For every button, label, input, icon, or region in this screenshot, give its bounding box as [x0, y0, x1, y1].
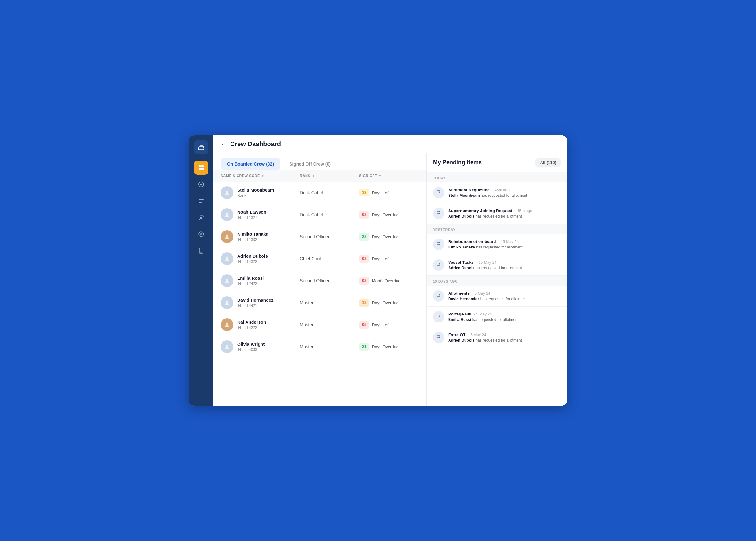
crew-rank: Chief Cook	[300, 256, 359, 261]
col-header-rank: RANK ▼	[300, 174, 359, 178]
tablet-icon	[198, 248, 204, 254]
crew-info: Adrien Dubois IN - 014322	[221, 252, 300, 265]
avatar	[221, 274, 233, 287]
table-row[interactable]: Kai Anderson IN - 014222 Master 05 Days …	[213, 314, 426, 336]
sidebar-logo	[194, 140, 208, 154]
crew-code: IN - 011327	[237, 215, 266, 220]
back-button[interactable]: ←	[221, 141, 226, 147]
sidebar-tablet-icon[interactable]	[194, 244, 208, 258]
notif-title-row: Allotments · 5 May 24	[448, 290, 561, 296]
all-badge-button[interactable]: All (110)	[535, 158, 561, 167]
crew-info: David Hernandez IN - 014421	[221, 296, 300, 309]
content-area: On Boarded Crew (32) Signed Off Crew (0)…	[213, 153, 567, 406]
notif-content: Allotment Requested · 45m ago Stella Moo…	[448, 187, 561, 198]
crew-code: IN - 011332	[237, 237, 268, 242]
sidebar-people-icon[interactable]	[194, 211, 208, 225]
flag-icon	[436, 191, 441, 195]
person-icon	[224, 343, 230, 350]
sidebar-add-icon[interactable]	[194, 177, 208, 192]
notification-item[interactable]: Allotments · 5 May 24 David Hernandez ha…	[427, 286, 567, 306]
tab-onboarded[interactable]: On Boarded Crew (32)	[221, 158, 280, 170]
notification-item[interactable]: Supernumerary Joining Request · 45m ago …	[427, 203, 567, 224]
avatar	[221, 230, 233, 243]
days-badge: 02	[359, 255, 369, 263]
table-row[interactable]: Emilia Rossi IN - 012422 Second Officer …	[213, 270, 426, 292]
table-row[interactable]: Adrien Dubois IN - 014322 Chief Cook 02 …	[213, 248, 426, 270]
notif-title-row: Extra OT · 5 May 24	[448, 332, 561, 337]
notif-content: Portage Bill · 5 May 24 Emilia Rossi has…	[448, 311, 561, 322]
notif-title: Extra OT	[448, 332, 465, 337]
crew-code: IN - 014421	[237, 303, 274, 308]
pending-header: My Pending Items All (110)	[427, 153, 567, 172]
sign-off-text: Days Left	[372, 257, 389, 261]
table-row[interactable]: Stella Moonbeam Rank Deck Cabet 13 Days …	[213, 182, 426, 204]
notif-person: Stella Moonbeam	[448, 193, 480, 198]
crew-name: Adrien Dubois	[237, 254, 268, 259]
table-row[interactable]: David Hernandez IN - 014421 Master 12 Da…	[213, 292, 426, 314]
crew-name: Noah Lawson	[237, 210, 266, 215]
notification-item[interactable]: Portage Bill · 5 May 24 Emilia Rossi has…	[427, 306, 567, 327]
plus-circle-icon	[198, 181, 204, 188]
tab-signedoff[interactable]: Signed Off Crew (0)	[283, 158, 337, 170]
notif-description: Kimiko Tanaka has requested for allotmen…	[448, 245, 561, 250]
svg-point-16	[226, 213, 228, 215]
avatar	[221, 186, 233, 199]
notification-item[interactable]: Allotment Requested · 45m ago Stella Moo…	[427, 183, 567, 203]
days-badge: 12	[359, 299, 369, 306]
svg-point-18	[226, 257, 228, 259]
crew-name: Stella Moonbeam	[237, 188, 274, 193]
flag-icon	[436, 242, 441, 247]
list-icon	[198, 198, 204, 204]
notif-time: · 45m ago	[492, 188, 509, 192]
notif-title-row: Reimbursemet on board · 15 May 24	[448, 239, 561, 244]
sign-off-status: 22 Days Overdue	[359, 233, 419, 241]
days-badge: 02	[359, 211, 369, 219]
notif-time: · 5 May 24	[468, 333, 486, 337]
notif-person: David Hernandez	[448, 297, 479, 301]
svg-point-20	[226, 301, 228, 303]
notif-title-row: Portage Bill · 5 May 24	[448, 311, 561, 317]
notification-item[interactable]: Vessel Tasks · 15 May 24 Adrien Dubois h…	[427, 255, 567, 275]
sign-off-text: Days Left	[372, 191, 389, 195]
crew-info: Kimiko Tanaka IN - 011332	[221, 230, 300, 243]
notifications-list: TODAY Allotment Requested · 45m ago Stel…	[427, 172, 567, 406]
svg-rect-3	[201, 168, 204, 170]
sign-off-status: 12 Days Overdue	[359, 299, 419, 306]
svg-rect-7	[199, 199, 204, 200]
crew-name: Olivia Wright	[237, 342, 265, 347]
section-label: 10 DAYS AGO	[427, 275, 567, 286]
filter-signoff-icon[interactable]: ▼	[378, 174, 382, 178]
sign-off-status: 05 Days Left	[359, 321, 419, 328]
table-row[interactable]: Kimiko Tanaka IN - 011332 Second Officer…	[213, 226, 426, 248]
days-badge: 21	[359, 343, 369, 350]
crew-code: Rank	[237, 193, 274, 198]
notif-description: David Hernandez has requested for allotm…	[448, 297, 561, 301]
table-row[interactable]: Olivia Wright IN - 054003 Master 21 Days…	[213, 336, 426, 358]
table-header: NAME & CREW CODE ▼ RANK ▼ SIGN OFF ▼	[213, 170, 426, 182]
ship-icon	[197, 144, 205, 151]
sidebar-grid-icon[interactable]	[194, 161, 208, 175]
sidebar-dollar-icon[interactable]	[194, 227, 208, 241]
notif-flag-icon	[433, 187, 444, 199]
crew-name: Kimiko Tanaka	[237, 232, 268, 237]
notif-content: Extra OT · 5 May 24 Adrien Dubois has re…	[448, 332, 561, 342]
table-row[interactable]: Noah Lawson IN - 011327 Deck Cabet 02 Da…	[213, 204, 426, 226]
notification-item[interactable]: Reimbursemet on board · 15 May 24 Kimiko…	[427, 234, 567, 255]
crew-list: Stella Moonbeam Rank Deck Cabet 13 Days …	[213, 182, 426, 406]
filter-rank-icon[interactable]: ▼	[312, 174, 315, 178]
notif-description: Adrien Dubois has requested for allotmen…	[448, 338, 561, 342]
filter-name-icon[interactable]: ▼	[261, 174, 264, 178]
svg-rect-8	[199, 201, 204, 201]
crew-name: David Hernandez	[237, 297, 274, 303]
sidebar-list-icon[interactable]	[194, 194, 208, 208]
sign-off-status: 21 Days Overdue	[359, 343, 419, 350]
svg-rect-1	[201, 165, 204, 168]
crew-info: Noah Lawson IN - 011327	[221, 208, 300, 221]
sign-off-status: 02 Days Left	[359, 255, 419, 263]
person-icon	[224, 277, 230, 284]
crew-panel: On Boarded Crew (32) Signed Off Crew (0)…	[213, 153, 427, 406]
svg-rect-2	[199, 168, 201, 170]
crew-rank: Deck Cabet	[300, 212, 359, 217]
notif-description: Adrien Dubois has requested for allotmen…	[448, 214, 561, 219]
notification-item[interactable]: Extra OT · 5 May 24 Adrien Dubois has re…	[427, 327, 567, 348]
